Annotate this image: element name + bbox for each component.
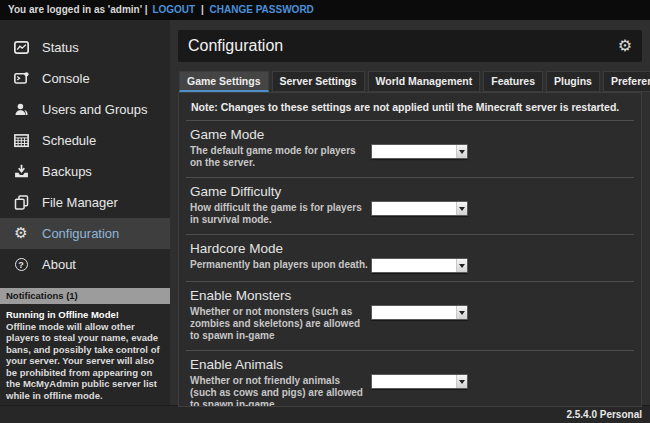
sidebar-item-label: File Manager [42,195,118,210]
logged-in-text: You are logged in as 'admin' | [8,4,148,15]
setting-description: The default game mode for players on the… [190,145,368,169]
setting-title: Game Difficulty [190,184,368,199]
chevron-down-icon [456,259,467,272]
users-icon [13,102,29,118]
tab-plugins[interactable]: Plugins [546,71,600,92]
setting-row-enable-animals: Enable Animals Whether or not friendly a… [186,350,634,407]
enable-monsters-select[interactable] [371,305,468,320]
notification-item: Running in Offline Mode! Offline mode wi… [0,304,170,406]
sidebar-item-label: Status [42,40,79,55]
enable-animals-select[interactable] [371,374,468,389]
chevron-down-icon [456,202,467,215]
setting-title: Game Mode [190,127,368,142]
sidebar-item-label: About [42,257,76,272]
setting-description: Permanently ban players upon death. [190,259,368,271]
setting-description: Whether or not friendly animals (such as… [190,375,368,407]
tab-game-settings[interactable]: Game Settings [179,71,269,92]
tab-bar: Game Settings Server Settings World Mana… [178,71,642,92]
setting-row-enable-monsters: Enable Monsters Whether or not monsters … [186,281,634,350]
tab-features[interactable]: Features [483,71,543,92]
settings-gear-icon[interactable]: ⚙ [618,38,632,54]
setting-row-game-mode: Game Mode The default game mode for play… [186,120,634,177]
setting-description: How difficult the game is for players in… [190,202,368,226]
game-difficulty-select[interactable] [371,201,468,216]
schedule-grid-icon [13,133,29,149]
sidebar-item-console[interactable]: Console [0,63,170,94]
sidebar-item-status[interactable]: Status [0,32,170,63]
sidebar: Status Console Users and Groups Schedule [0,20,170,405]
sidebar-item-file-manager[interactable]: File Manager [0,187,170,218]
notifications-panel: Notifications (1) Running in Offline Mod… [0,288,170,406]
sidebar-item-label: Backups [42,164,92,179]
logout-link[interactable]: LOGOUT [152,4,195,15]
main-area: Configuration ⚙ Game Settings Server Set… [170,20,650,405]
sidebar-item-schedule[interactable]: Schedule [0,125,170,156]
change-password-link[interactable]: CHANGE PASSWORD [210,4,314,15]
tab-preferences[interactable]: Preferences [603,71,650,92]
notification-title: Running in Offline Mode! [6,309,164,321]
chevron-down-icon [456,145,467,158]
console-icon [13,71,29,87]
setting-row-game-difficulty: Game Difficulty How difficult the game i… [186,177,634,234]
setting-row-hardcore-mode: Hardcore Mode Permanently ban players up… [186,234,634,281]
file-manager-icon [13,195,29,211]
sidebar-item-label: Configuration [42,226,119,241]
sidebar-item-label: Schedule [42,133,96,148]
settings-panel: Note: Changes to these settings are not … [178,92,642,407]
sidebar-item-backups[interactable]: Backups [0,156,170,187]
version-label: 2.5.4.0 Personal [566,409,642,420]
link-separator: | [201,4,204,15]
status-bar: 2.5.4.0 Personal [0,405,650,423]
restart-note: Note: Changes to these settings are not … [186,98,634,120]
sidebar-item-label: Console [42,71,90,86]
setting-description: Whether or not monsters (such as zombies… [190,306,368,342]
setting-title: Enable Animals [190,357,368,372]
notifications-header: Notifications (1) [0,288,170,304]
gear-icon: ⚙ [13,226,29,242]
tab-world-management[interactable]: World Management [368,71,481,92]
setting-title: Hardcore Mode [190,241,368,256]
page-title: Configuration [188,37,283,55]
backups-download-icon [13,164,29,180]
chevron-down-icon [456,306,467,319]
chevron-down-icon [456,375,467,388]
game-mode-select[interactable] [371,144,468,159]
sidebar-item-about[interactable]: ? About [0,249,170,280]
sidebar-item-users-and-groups[interactable]: Users and Groups [0,94,170,125]
sidebar-item-configuration[interactable]: ⚙ Configuration [0,218,170,249]
question-circle-icon: ? [13,257,29,273]
notification-text: Offline mode will allow other players to… [6,321,164,402]
setting-title: Enable Monsters [190,288,368,303]
hardcore-mode-select[interactable] [371,258,468,273]
page-header: Configuration ⚙ [178,30,642,62]
status-chart-icon [13,40,29,56]
sidebar-item-label: Users and Groups [42,102,148,117]
top-bar: You are logged in as 'admin' | LOGOUT | … [0,0,650,20]
tab-server-settings[interactable]: Server Settings [272,71,365,92]
